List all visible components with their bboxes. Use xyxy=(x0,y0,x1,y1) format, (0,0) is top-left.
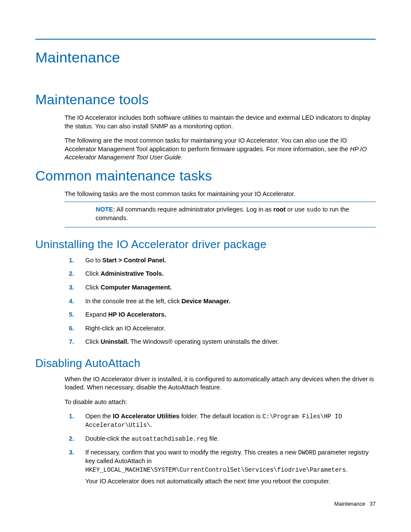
section-common-tasks-title: Common maintenance tasks xyxy=(35,168,376,184)
subsection-disable-autoattach-body: When the IO Accelerator driver is instal… xyxy=(65,375,376,407)
section-maintenance-tools-body: The IO Accelerator includes both softwar… xyxy=(65,114,376,162)
subsection-uninstall-title: Uninstalling the IO Accelerator driver p… xyxy=(35,238,376,251)
text: The following are the most common tasks … xyxy=(65,137,350,152)
section-common-tasks-body: The following tasks are the most common … xyxy=(65,190,376,199)
list-item: Click Administrative Tools. xyxy=(35,270,376,278)
text-bold: IO Accelerator Utilities xyxy=(113,413,180,420)
text-bold: Device Manager. xyxy=(181,298,230,305)
text: Double-click the xyxy=(85,435,131,442)
text: Click xyxy=(85,338,100,345)
list-item: Click Uninstall. The Windows® operating … xyxy=(35,338,376,346)
paragraph: The following are the most common tasks … xyxy=(65,137,376,162)
text: Open the xyxy=(85,413,113,420)
paragraph: The following tasks are the most common … xyxy=(65,190,376,199)
list-item: Right-click an IO Accelerator. xyxy=(35,324,376,333)
text: . xyxy=(150,421,152,428)
text: file. xyxy=(208,435,219,442)
code-inline: HKEY_LOCAL_MACHINE\SYSTEM\CurrentControl… xyxy=(85,467,346,473)
top-rule xyxy=(35,39,376,40)
list-item: Double-click the autoattachdisable.reg f… xyxy=(35,435,376,443)
list-item: Go to Start > Control Panel. xyxy=(35,256,376,265)
list-item: In the console tree at the left, click D… xyxy=(35,297,376,306)
paragraph: To disable auto attach: xyxy=(65,398,376,407)
text-bold: Start > Control Panel. xyxy=(103,257,166,264)
text: or use xyxy=(286,206,306,213)
text: Go to xyxy=(85,257,103,264)
text: All commands require administrator privi… xyxy=(115,206,274,213)
text: . xyxy=(346,466,348,473)
text: Click xyxy=(85,284,100,291)
text-bold: Uninstall. xyxy=(100,338,128,345)
footer-label: Maintenance xyxy=(334,501,365,507)
code-inline: autoattachdisable.reg xyxy=(131,436,207,442)
code-inline: sudo xyxy=(306,206,321,213)
note-label: NOTE: xyxy=(96,206,115,213)
page-number: 37 xyxy=(370,501,376,507)
paragraph: When the IO Accelerator driver is instal… xyxy=(65,375,376,392)
text: The Windows® operating system uninstalls… xyxy=(129,338,279,345)
paragraph: The IO Accelerator includes both softwar… xyxy=(65,114,376,131)
uninstall-steps: Go to Start > Control Panel. Click Admin… xyxy=(35,256,376,346)
text: . xyxy=(181,154,183,161)
text-bold: Administrative Tools. xyxy=(100,270,163,277)
list-item: Click Computer Management. xyxy=(35,283,376,292)
text: folder. The default location is xyxy=(180,413,262,420)
note-box: NOTE: All commands require administrator… xyxy=(65,202,376,227)
code-inline: DWORD xyxy=(298,449,316,456)
text: Right-click an IO Accelerator. xyxy=(85,325,165,332)
text-bold: root xyxy=(274,206,286,213)
list-item: Expand HP IO Accelerators. xyxy=(35,311,376,319)
page-footer: Maintenance 37 xyxy=(334,501,376,507)
chapter-title: Maintenance xyxy=(35,49,376,66)
text: In the console tree at the left, click xyxy=(85,298,181,305)
text: Click xyxy=(85,270,100,277)
list-item: Open the IO Accelerator Utilities folder… xyxy=(35,412,376,429)
note-text: NOTE: All commands require administrator… xyxy=(96,205,376,222)
subsection-disable-autoattach-title: Disabling AutoAttach xyxy=(35,357,376,370)
paragraph: Your IO Accelerator does not automatical… xyxy=(85,477,376,486)
page: Maintenance Maintenance tools The IO Acc… xyxy=(0,0,411,532)
disable-autoattach-steps: Open the IO Accelerator Utilities folder… xyxy=(35,412,376,486)
list-item: If necessary, confirm that you want to m… xyxy=(35,448,376,486)
text-bold: HP IO Accelerators. xyxy=(108,311,166,318)
section-maintenance-tools-title: Maintenance tools xyxy=(35,92,376,108)
text: If necessary, confirm that you want to m… xyxy=(85,449,298,456)
text-bold: Computer Management. xyxy=(100,284,171,291)
text: Expand xyxy=(85,311,108,318)
